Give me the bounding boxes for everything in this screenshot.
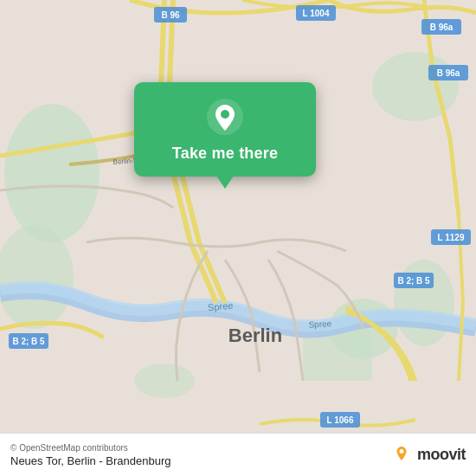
svg-text:B 2; B 5: B 2; B 5: [12, 337, 45, 346]
svg-text:L 1066: L 1066: [327, 415, 354, 425]
footer-left: © OpenStreetMap contributors Neues Tor, …: [10, 443, 170, 467]
moovit-m-icon: [389, 443, 414, 467]
svg-text:B 96: B 96: [161, 10, 180, 20]
navigation-popup[interactable]: Take me there: [134, 82, 316, 177]
svg-text:B 2; B 5: B 2; B 5: [397, 276, 430, 286]
svg-text:L 1004: L 1004: [303, 9, 330, 18]
svg-point-3: [372, 52, 459, 121]
map-container: B 96 B 96a B 96a L 1004 L 1129 L 1066 B …: [0, 0, 476, 433]
svg-text:Berlin: Berlin: [228, 325, 282, 346]
svg-text:B 96a: B 96a: [437, 68, 460, 78]
location-pin-icon: [206, 98, 244, 136]
svg-text:Spree: Spree: [308, 318, 332, 329]
svg-text:L 1129: L 1129: [438, 233, 465, 242]
moovit-logo: moovit: [389, 443, 466, 467]
svg-text:Spree: Spree: [208, 300, 234, 313]
copyright-text: © OpenStreetMap contributors: [10, 443, 170, 453]
moovit-wordmark: moovit: [417, 446, 466, 464]
svg-point-29: [221, 110, 229, 119]
location-label: Neues Tor, Berlin - Brandenburg: [10, 454, 170, 467]
footer-bar: © OpenStreetMap contributors Neues Tor, …: [0, 433, 476, 476]
svg-text:B 96a: B 96a: [430, 23, 453, 32]
map-background: B 96 B 96a B 96a L 1004 L 1129 L 1066 B …: [0, 0, 476, 433]
take-me-there-button[interactable]: Take me there: [172, 145, 278, 163]
svg-point-31: [399, 449, 403, 453]
svg-point-7: [134, 363, 195, 398]
svg-point-1: [4, 104, 100, 242]
